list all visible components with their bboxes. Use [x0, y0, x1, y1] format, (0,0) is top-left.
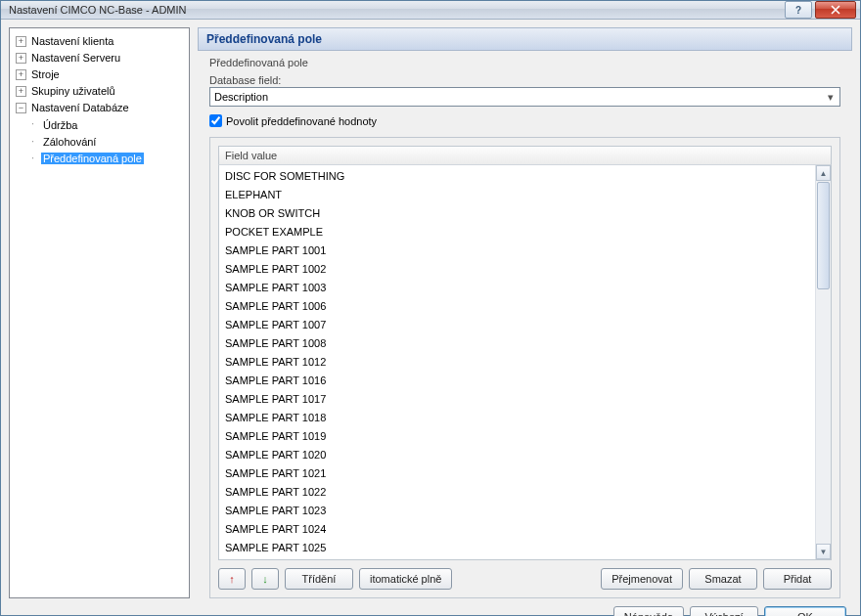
list-item[interactable]: SAMPLE PART 1016: [219, 372, 815, 390]
dbfield-row: Database field: Description ▾: [209, 74, 840, 107]
list-item[interactable]: SAMPLE PART 1006: [219, 297, 815, 316]
tree-item-label[interactable]: Nastavení Serveru: [29, 52, 122, 64]
tree-item-label[interactable]: Skupiny uživatelů: [29, 85, 117, 97]
list-item[interactable]: SAMPLE PART 1025: [219, 539, 815, 557]
scrollbar[interactable]: ▲ ▼: [815, 165, 831, 559]
tree-item[interactable]: +Stroje: [16, 66, 187, 82]
collapse-icon[interactable]: −: [16, 103, 26, 113]
sort-button[interactable]: Třídění: [285, 568, 353, 590]
list-item[interactable]: DISC FOR SOMETHING: [219, 167, 815, 186]
tree-leaf-icon: ·: [27, 115, 38, 131]
list-item[interactable]: SAMPLE PART 1021: [219, 464, 815, 483]
dbfield-value: Description: [214, 91, 268, 103]
help-button[interactable]: Nápověda: [613, 606, 684, 616]
values-frame: Field value DISC FOR SOMETHINGELEPHANTKN…: [209, 137, 840, 598]
tree-leaf-icon: ·: [27, 150, 38, 165]
ok-button[interactable]: OK: [764, 606, 846, 616]
tree-item-label[interactable]: Údržba: [41, 119, 79, 131]
move-down-button[interactable]: ↓: [251, 568, 279, 590]
tree-item[interactable]: −Nastavení Databáze: [16, 99, 187, 115]
delete-button[interactable]: Smazat: [689, 568, 757, 590]
pane-body: Předdefinovaná pole Database field: Desc…: [198, 51, 852, 598]
list-item[interactable]: ELEPHANT: [219, 186, 815, 204]
default-button[interactable]: Výchozí: [690, 606, 758, 616]
add-button[interactable]: Přidat: [763, 568, 832, 590]
tree-item[interactable]: +Nastavení Serveru: [16, 49, 187, 66]
allow-predef-input[interactable]: [209, 114, 222, 127]
allow-predef-checkbox[interactable]: Povolit předdefinované hodnoty: [209, 114, 840, 127]
allow-predef-label: Povolit předdefinované hodnoty: [226, 115, 377, 127]
tree-item-label[interactable]: Nastavení klienta: [29, 35, 115, 47]
arrow-down-icon: ↓: [262, 573, 268, 585]
list-item[interactable]: SAMPLE PART 1003: [219, 279, 815, 297]
list-buttons: ↑ ↓ Třídění itomatické plně Přejmenovat …: [218, 568, 832, 590]
list-item[interactable]: SAMPLE PART 1008: [219, 334, 815, 353]
list-item[interactable]: SAMPLE PART 1007: [219, 316, 815, 334]
list-item[interactable]: SAMPLE PART 1002: [219, 260, 815, 279]
dbfield-dropdown[interactable]: Description ▾: [209, 87, 840, 107]
client-area: +Nastavení klienta+Nastavení Serveru+Str…: [1, 20, 860, 616]
bottom-bar: Nápověda Výchozí OK: [9, 604, 852, 616]
tree-item[interactable]: ·Zálohování: [27, 133, 187, 150]
content-pane: Předdefinovaná pole Předdefinovaná pole …: [198, 27, 852, 598]
list-item[interactable]: SAMPLE PART 1001: [219, 242, 815, 260]
close-icon[interactable]: [815, 1, 856, 19]
tree-item-label[interactable]: Nastavení Databáze: [29, 102, 131, 113]
pane-subtitle: Předdefinovaná pole: [209, 57, 840, 68]
expand-icon[interactable]: +: [16, 53, 26, 64]
values-list-wrap: DISC FOR SOMETHINGELEPHANTKNOB OR SWITCH…: [218, 165, 832, 560]
list-item[interactable]: SAMPLE PART 1019: [219, 427, 815, 446]
values-list[interactable]: DISC FOR SOMETHINGELEPHANTKNOB OR SWITCH…: [219, 165, 815, 559]
list-item[interactable]: POCKET EXAMPLE: [219, 223, 815, 242]
upper-split: +Nastavení klienta+Nastavení Serveru+Str…: [9, 27, 852, 598]
autofill-button[interactable]: itomatické plně: [359, 568, 452, 590]
scroll-down-icon[interactable]: ▼: [816, 544, 831, 559]
window-buttons: ?: [785, 1, 856, 19]
tree-item[interactable]: +Skupiny uživatelů: [16, 82, 187, 99]
scroll-up-icon[interactable]: ▲: [816, 165, 831, 181]
scroll-thumb[interactable]: [817, 182, 830, 289]
nav-tree[interactable]: +Nastavení klienta+Nastavení Serveru+Str…: [9, 27, 190, 598]
list-item[interactable]: SAMPLE PART 1023: [219, 502, 815, 520]
tree-item[interactable]: ·Předdefinovaná pole: [27, 150, 187, 166]
pane-header: Předdefinovaná pole: [198, 27, 852, 51]
list-item[interactable]: KNOB OR SWITCH: [219, 204, 815, 223]
settings-window: Nastavení CIMCO NC-Base - ADMIN ? +Nasta…: [0, 0, 861, 616]
window-title: Nastavení CIMCO NC-Base - ADMIN: [9, 4, 785, 16]
list-item[interactable]: SAMPLE PART 1024: [219, 520, 815, 539]
dbfield-label: Database field:: [209, 74, 840, 86]
move-up-button[interactable]: ↑: [218, 568, 246, 590]
rename-button[interactable]: Přejmenovat: [601, 568, 683, 590]
arrow-up-icon: ↑: [229, 573, 235, 585]
expand-icon[interactable]: +: [16, 69, 26, 80]
list-item[interactable]: SAMPLE PART 1017: [219, 390, 815, 409]
titlebar: Nastavení CIMCO NC-Base - ADMIN ?: [1, 1, 860, 20]
list-item[interactable]: SAMPLE PART 1012: [219, 353, 815, 372]
tree-item[interactable]: +Nastavení klienta: [16, 32, 187, 49]
expand-icon[interactable]: +: [16, 36, 26, 47]
chevron-down-icon: ▾: [823, 90, 838, 104]
list-item[interactable]: SAMPLE PART 1020: [219, 446, 815, 464]
help-icon[interactable]: ?: [785, 1, 812, 19]
values-column-header[interactable]: Field value: [218, 146, 832, 165]
tree-item-label[interactable]: Stroje: [29, 68, 62, 80]
list-item[interactable]: SAMPLE PART 1022: [219, 483, 815, 502]
expand-icon[interactable]: +: [16, 86, 26, 97]
tree-item-label[interactable]: Zálohování: [41, 136, 98, 148]
tree-item-label[interactable]: Předdefinovaná pole: [41, 153, 144, 164]
tree-item[interactable]: ·Údržba: [27, 115, 187, 132]
tree-leaf-icon: ·: [27, 133, 38, 149]
list-item[interactable]: SAMPLE PART 1018: [219, 409, 815, 427]
